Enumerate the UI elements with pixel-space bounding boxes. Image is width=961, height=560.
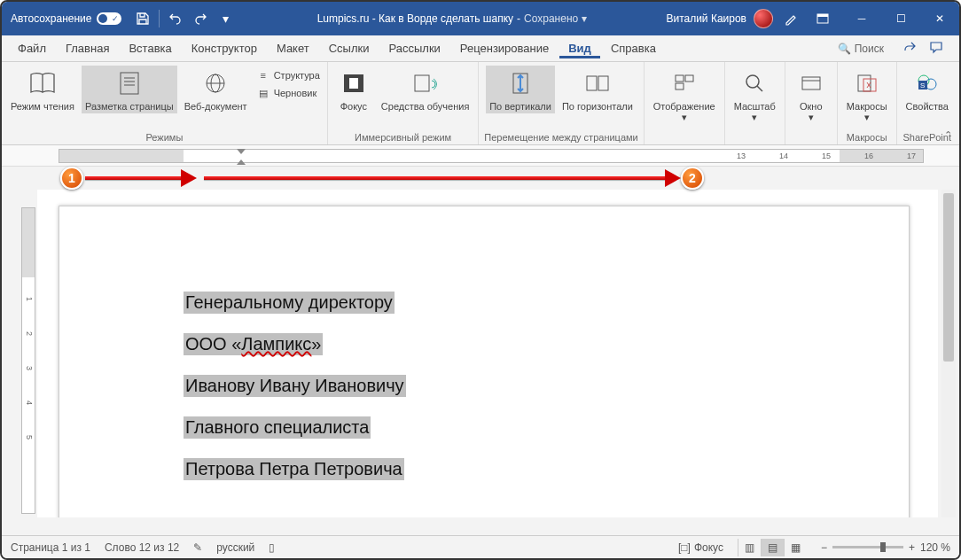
text-line[interactable]: Генеральному директору (184, 292, 395, 314)
search-placeholder: Поиск (855, 43, 884, 55)
book-icon (27, 67, 59, 99)
autosave-group: Автосохранение ✓ (2, 12, 130, 25)
print-layout-button[interactable]: Разметка страницы (82, 66, 177, 113)
macro-rec-icon[interactable]: ▯ (269, 541, 275, 554)
tab-layout[interactable]: Макет (268, 38, 318, 58)
macros-button[interactable]: Макросы▾ (843, 66, 891, 124)
share-icon[interactable] (902, 40, 917, 57)
tab-insert[interactable]: Вставка (120, 38, 180, 58)
scrollbar-thumb[interactable] (943, 193, 954, 362)
ribbon: Режим чтения Разметка страницы Веб-докум… (2, 62, 959, 145)
user-info[interactable]: Виталий Каиров (666, 9, 778, 28)
read-mode-button[interactable]: Режим чтения (7, 66, 78, 113)
collapse-ribbon-icon[interactable]: ⌃ (944, 129, 952, 141)
annotation-badge-1: 1 (60, 167, 83, 190)
vertical-scrollbar[interactable] (941, 190, 956, 517)
zoom-in-button[interactable]: + (909, 541, 915, 554)
text-line[interactable]: Главного специалиста (184, 416, 371, 439)
svg-rect-23 (858, 75, 871, 91)
svg-rect-16 (676, 75, 684, 82)
search-icon: 🔍 (838, 43, 851, 55)
minimize-button[interactable]: ─ (842, 2, 881, 35)
ruler-tick: 17 (907, 152, 916, 160)
word-count[interactable]: Слово 12 из 12 (105, 541, 179, 554)
zoom-control: − + 120 % (821, 541, 950, 554)
indent-marker[interactable] (237, 149, 246, 165)
redo-icon[interactable] (188, 6, 213, 31)
svg-rect-1 (817, 14, 828, 17)
autosave-label: Автосохранение (11, 12, 91, 25)
save-icon[interactable] (130, 6, 155, 31)
tab-file[interactable]: Файл (9, 38, 55, 58)
web-layout-button[interactable]: Веб-документ (181, 66, 251, 113)
drawing-icon[interactable] (778, 6, 803, 31)
language-label[interactable]: русский (216, 541, 254, 554)
zoom-slider[interactable] (832, 546, 903, 548)
tab-design[interactable]: Конструктор (183, 38, 266, 58)
tab-view[interactable]: Вид (559, 38, 600, 58)
zoom-button[interactable]: Масштаб▾ (731, 66, 779, 124)
sharepoint-icon: S (911, 67, 943, 99)
avatar[interactable] (754, 9, 773, 28)
draft-button[interactable]: ▤Черновик (254, 85, 322, 101)
tab-review[interactable]: Рецензирование (451, 38, 558, 58)
page[interactable]: Генеральному директору ООО «Лампикс» Ива… (59, 206, 910, 517)
globe-icon (199, 67, 231, 99)
horizontal-ruler[interactable]: 13 14 15 16 17 (59, 149, 924, 163)
ruler-tick: 14 (779, 152, 788, 160)
properties-button[interactable]: S Свойства (902, 66, 952, 113)
saved-state[interactable]: Сохранено (524, 12, 578, 25)
document-title: Lumpics.ru - Как в Ворде сделать шапку -… (238, 12, 666, 25)
document-area[interactable]: Генеральному директору ООО «Лампикс» Ива… (37, 190, 938, 517)
spell-error[interactable]: Лампикс (241, 334, 311, 354)
autosave-toggle[interactable]: ✓ (97, 12, 121, 25)
svg-rect-21 (802, 77, 820, 89)
username-label: Виталий Каиров (666, 12, 746, 25)
search-box[interactable]: 🔍 Поиск (830, 40, 892, 58)
tab-help[interactable]: Справка (602, 38, 665, 58)
vertical-button[interactable]: По вертикали (486, 66, 555, 113)
magnifier-icon (738, 67, 770, 99)
focus-button[interactable]: Фокус (333, 66, 374, 113)
ribbon-group-window: Окно▾ (785, 62, 838, 144)
view-buttons: ▥ ▤ ▦ (738, 539, 807, 556)
undo-icon[interactable] (163, 6, 188, 31)
qat-dropdown-icon[interactable]: ▾ (213, 6, 238, 31)
zoom-level[interactable]: 120 % (920, 541, 950, 554)
zoom-slider-thumb[interactable] (880, 542, 886, 552)
svg-line-20 (757, 86, 762, 91)
outline-button[interactable]: ≡Структура (254, 67, 322, 83)
display-button[interactable]: Отображение▾ (650, 66, 719, 124)
vertical-ruler[interactable]: 12345 (21, 207, 35, 514)
tab-references[interactable]: Ссылки (320, 38, 379, 58)
horizontal-button[interactable]: По горизонтали (559, 66, 637, 113)
menu-bar: Файл Главная Вставка Конструктор Макет С… (2, 35, 959, 62)
zoom-out-button[interactable]: − (821, 541, 827, 554)
focus-icon (338, 67, 370, 99)
ribbon-group-modes: Режим чтения Разметка страницы Веб-докум… (2, 62, 328, 144)
text-line[interactable]: ООО «Лампикс» (184, 333, 323, 355)
text-line[interactable]: Иванову Ивану Ивановичу (184, 375, 406, 397)
read-view-icon[interactable]: ▥ (738, 539, 761, 556)
tab-mailings[interactable]: Рассылки (379, 38, 449, 58)
document-text[interactable]: Генеральному директору ООО «Лампикс» Ива… (184, 292, 406, 500)
ribbon-display-icon[interactable] (803, 2, 842, 35)
close-button[interactable]: ✕ (920, 2, 959, 35)
learning-icon (410, 67, 441, 99)
page-count[interactable]: Страница 1 из 1 (11, 541, 90, 554)
learning-tools-button[interactable]: Средства обучения (378, 66, 473, 113)
svg-rect-17 (685, 75, 693, 82)
word-window: Автосохранение ✓ ▾ Lumpics.ru - Как в Во… (0, 0, 961, 560)
spellcheck-icon[interactable]: ✎ (193, 541, 202, 554)
tab-home[interactable]: Главная (57, 38, 118, 58)
maximize-button[interactable]: ☐ (881, 2, 920, 35)
window-icon (795, 67, 827, 99)
focus-status-button[interactable]: [□]Фокус (678, 541, 723, 554)
print-view-icon[interactable]: ▤ (761, 539, 784, 556)
web-view-icon[interactable]: ▦ (784, 539, 807, 556)
comments-icon[interactable] (929, 40, 943, 57)
window-button[interactable]: Окно▾ (791, 66, 832, 124)
text-line[interactable]: Петрова Петра Петровича (184, 458, 404, 480)
ribbon-group-macros: Макросы▾ Макросы (838, 62, 897, 144)
svg-rect-18 (676, 83, 684, 89)
